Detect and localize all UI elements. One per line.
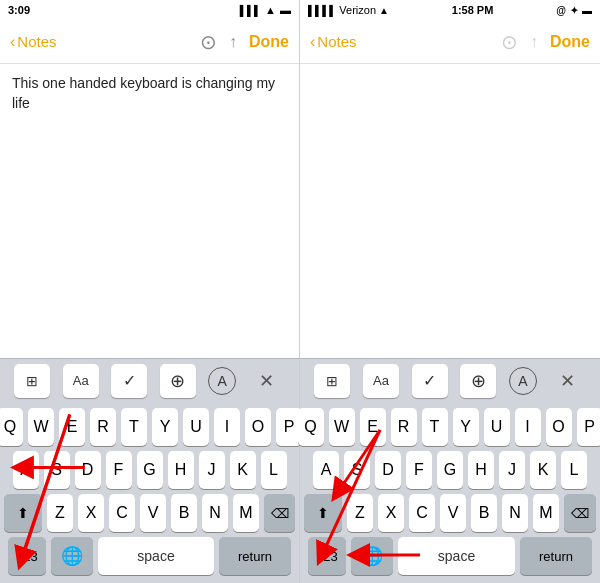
right-back-button[interactable]: ‹ Notes — [310, 33, 357, 51]
right-toolbar-aa[interactable]: Aa — [363, 364, 399, 398]
key-c[interactable]: C — [109, 494, 135, 532]
right-key-backspace[interactable]: ⌫ — [564, 494, 596, 532]
right-key-r[interactable]: R — [391, 408, 417, 446]
key-x[interactable]: X — [78, 494, 104, 532]
key-s[interactable]: S — [44, 451, 70, 489]
key-u[interactable]: U — [183, 408, 209, 446]
key-v[interactable]: V — [140, 494, 166, 532]
left-content-area[interactable]: This one handed keyboard is changing my … — [0, 64, 299, 358]
left-toolbar-aa[interactable]: Aa — [63, 364, 99, 398]
key-z[interactable]: Z — [47, 494, 73, 532]
right-nav-bar: ‹ Notes ⊙ ↑ Done — [300, 20, 600, 64]
right-keyboard[interactable]: Q W E R T Y U I O P A S D F G H J K L ⬆ … — [300, 402, 600, 583]
right-key-p[interactable]: P — [577, 408, 601, 446]
right-toolbar-check[interactable]: ✓ — [412, 364, 448, 398]
right-key-z[interactable]: Z — [347, 494, 373, 532]
key-a[interactable]: A — [13, 451, 39, 489]
key-b[interactable]: B — [171, 494, 197, 532]
right-key-h[interactable]: H — [468, 451, 494, 489]
key-w[interactable]: W — [28, 408, 54, 446]
battery-icon: ▬ — [280, 4, 291, 16]
left-toolbar-grid[interactable]: ⊞ — [14, 364, 50, 398]
key-r[interactable]: R — [90, 408, 116, 446]
right-key-c[interactable]: C — [409, 494, 435, 532]
key-k[interactable]: K — [230, 451, 256, 489]
left-key-row-1: Q W E R T Y U I O P — [4, 408, 295, 446]
key-l[interactable]: L — [261, 451, 287, 489]
left-person-icon[interactable]: ⊙ — [200, 30, 217, 54]
left-toolbar-check[interactable]: ✓ — [111, 364, 147, 398]
right-key-t[interactable]: T — [422, 408, 448, 446]
right-key-e[interactable]: E — [360, 408, 386, 446]
right-key-o[interactable]: O — [546, 408, 572, 446]
right-bars-icon: ▌▌▌▌ — [308, 5, 336, 16]
key-d[interactable]: D — [75, 451, 101, 489]
right-key-return[interactable]: return — [520, 537, 592, 575]
right-key-q[interactable]: Q — [298, 408, 324, 446]
right-key-x[interactable]: X — [378, 494, 404, 532]
left-note-text: This one handed keyboard is changing my … — [12, 74, 287, 113]
right-key-j[interactable]: J — [499, 451, 525, 489]
right-content-area[interactable] — [300, 64, 600, 358]
right-key-s[interactable]: S — [344, 451, 370, 489]
key-q[interactable]: Q — [0, 408, 23, 446]
right-done-button[interactable]: Done — [550, 33, 590, 51]
left-done-button[interactable]: Done — [249, 33, 289, 51]
right-key-k[interactable]: K — [530, 451, 556, 489]
key-space[interactable]: space — [98, 537, 214, 575]
key-n[interactable]: N — [202, 494, 228, 532]
key-globe[interactable]: 🌐 — [51, 537, 93, 575]
signal-icon: ▌▌▌ — [240, 5, 261, 16]
key-e[interactable]: E — [59, 408, 85, 446]
right-key-u[interactable]: U — [484, 408, 510, 446]
key-i[interactable]: I — [214, 408, 240, 446]
right-toolbar-close[interactable]: ✕ — [550, 364, 586, 398]
right-toolbar-circle-a[interactable]: A — [509, 367, 537, 395]
left-share-icon[interactable]: ↑ — [229, 33, 237, 51]
key-num-left[interactable]: 123 — [8, 537, 46, 575]
right-key-globe[interactable]: 🌐 — [351, 537, 393, 575]
left-toolbar-circle-a[interactable]: A — [208, 367, 236, 395]
right-key-shift[interactable]: ⬆ — [304, 494, 342, 532]
key-m[interactable]: M — [233, 494, 259, 532]
key-h[interactable]: H — [168, 451, 194, 489]
right-key-y[interactable]: Y — [453, 408, 479, 446]
right-key-n[interactable]: N — [502, 494, 528, 532]
right-key-m[interactable]: M — [533, 494, 559, 532]
key-shift[interactable]: ⬆ — [4, 494, 42, 532]
right-bottom-row: 123 🌐 space return — [304, 537, 596, 575]
right-phone-panel: ▌▌▌▌ Verizon ▲ 1:58 PM @ ✦ ▬ ‹ Notes ⊙ ↑… — [300, 0, 600, 583]
right-key-w[interactable]: W — [329, 408, 355, 446]
left-key-row-3: ⬆ Z X C V B N M ⌫ — [4, 494, 295, 532]
left-toolbar-close[interactable]: ✕ — [249, 364, 285, 398]
key-j[interactable]: J — [199, 451, 225, 489]
key-g[interactable]: G — [137, 451, 163, 489]
right-key-f[interactable]: F — [406, 451, 432, 489]
left-back-button[interactable]: ‹ Notes — [10, 33, 57, 51]
right-key-i[interactable]: I — [515, 408, 541, 446]
right-key-b[interactable]: B — [471, 494, 497, 532]
key-backspace[interactable]: ⌫ — [264, 494, 295, 532]
right-bluetooth-icon: ✦ — [570, 5, 578, 16]
right-toolbar-grid[interactable]: ⊞ — [314, 364, 350, 398]
right-key-l[interactable]: L — [561, 451, 587, 489]
right-share-icon[interactable]: ↑ — [530, 33, 538, 51]
right-key-num[interactable]: 123 — [308, 537, 346, 575]
left-keyboard[interactable]: Q W E R T Y U I O P A S D F G H J K L ⬆ … — [0, 402, 299, 583]
right-key-row-2: A S D F G H J K L — [304, 451, 596, 489]
right-key-space[interactable]: space — [398, 537, 515, 575]
key-o[interactable]: O — [245, 408, 271, 446]
key-y[interactable]: Y — [152, 408, 178, 446]
right-key-a[interactable]: A — [313, 451, 339, 489]
key-return[interactable]: return — [219, 537, 291, 575]
key-f[interactable]: F — [106, 451, 132, 489]
right-key-d[interactable]: D — [375, 451, 401, 489]
right-key-v[interactable]: V — [440, 494, 466, 532]
right-battery-icon: ▬ — [582, 5, 592, 16]
key-t[interactable]: T — [121, 408, 147, 446]
right-toolbar-plus[interactable]: ⊕ — [460, 364, 496, 398]
right-signal: ▌▌▌▌ Verizon ▲ — [308, 4, 389, 16]
right-person-icon[interactable]: ⊙ — [501, 30, 518, 54]
right-key-g[interactable]: G — [437, 451, 463, 489]
left-toolbar-plus[interactable]: ⊕ — [160, 364, 196, 398]
